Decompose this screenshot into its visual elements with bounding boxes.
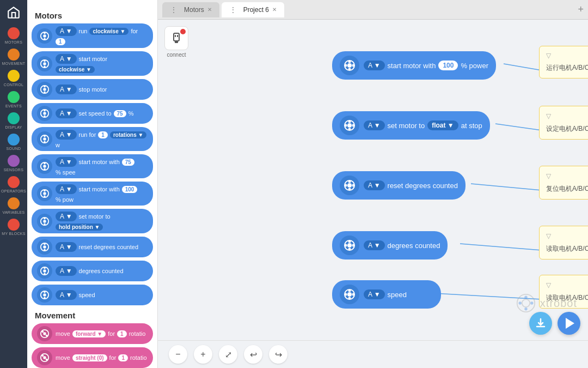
sidebar-label-sensors: SENSORS — [4, 168, 23, 172]
watermark-text: xtrobot — [540, 297, 577, 310]
svg-rect-53 — [175, 41, 178, 43]
block-speed[interactable]: A ▼ speed — [32, 285, 153, 305]
tab-motors[interactable]: ⋮ Motors ✕ — [162, 2, 219, 17]
svg-rect-52 — [174, 33, 179, 41]
fit-button[interactable]: ⤢ — [219, 345, 237, 364]
svg-point-29 — [43, 220, 46, 222]
tab-project6[interactable]: ⋮ Project 6 ✕ — [222, 2, 284, 17]
svg-point-50 — [42, 355, 44, 357]
svg-point-92 — [522, 299, 530, 307]
block-move-forward[interactable]: move forward ▼ for 1 rotatio — [32, 323, 153, 344]
svg-point-11 — [44, 92, 46, 94]
canvas-motor-icon-2 — [340, 116, 359, 135]
sidebar-item-motors[interactable]: MOTORS — [5, 27, 22, 44]
block-set-motor-hold[interactable]: A ▼ set motor to hold position ▼ — [32, 209, 153, 233]
block-run-rotations[interactable]: A ▼ run for 1 rotations ▼ w — [32, 127, 153, 151]
block-start-motor-cw[interactable]: A ▼ start motor clockwise ▼ — [32, 51, 153, 76]
motor-selector-3[interactable]: A ▼ — [364, 180, 385, 190]
block-start-power-75[interactable]: A ▼ start motor with 75 % spee — [32, 154, 153, 178]
svg-point-10 — [44, 86, 46, 88]
redo-button[interactable]: ↪ — [269, 345, 287, 364]
block-start-power-100[interactable]: A ▼ start motor with 100 % pow — [32, 182, 153, 206]
tooltip-header-2: ▽ ✕ — [546, 112, 588, 120]
sidebar-label-control: CONTROL — [4, 83, 23, 87]
svg-rect-55 — [177, 35, 178, 37]
motor-selector-4[interactable]: A ▼ — [364, 240, 385, 250]
tab-project6-label: Project 6 — [243, 6, 269, 14]
motor-reel-icon-1 — [344, 59, 356, 71]
sidebar-item-variables[interactable]: VARIABLES — [2, 197, 24, 214]
sidebar-item-sound[interactable]: SOUND — [7, 134, 21, 150]
sidebar: MOTORS MOVEMENT CONTROL EVENTS DISPLAY S… — [0, 0, 27, 368]
block-run-clockwise[interactable]: A ▼ run clockwise ▼ for 1 — [32, 23, 153, 48]
block-set-speed[interactable]: A ▼ set speed to 75 % — [32, 103, 153, 124]
svg-point-69 — [348, 120, 351, 123]
tab-motors-dots[interactable]: ⋮ — [170, 5, 177, 14]
svg-point-49 — [43, 356, 46, 359]
motor-selector-1[interactable]: A ▼ — [364, 61, 385, 70]
download-button[interactable] — [529, 312, 552, 335]
sidebar-item-display[interactable]: DISPLAY — [5, 112, 22, 129]
tab-add-button[interactable]: + — [578, 4, 584, 15]
operators-circle — [8, 176, 20, 188]
download-icon — [535, 317, 547, 329]
undo-button[interactable]: ↩ — [244, 345, 262, 364]
sidebar-label-operators: OPERATORS — [1, 189, 26, 193]
svg-point-14 — [44, 110, 46, 112]
block-run-clockwise-text: A ▼ run clockwise ▼ for 1 — [56, 26, 148, 45]
block-stop-motor[interactable]: A ▼ stop motor — [32, 79, 153, 100]
canvas-block-reset-degrees[interactable]: A ▼ reset degrees counted — [332, 171, 465, 200]
sidebar-item-control[interactable]: CONTROL — [4, 70, 23, 87]
tooltip-start-power: ▽ 运行电机A/B/C/D并且功率为指定的百分数 — [539, 46, 588, 79]
sidebar-item-operators[interactable]: OPERATORS — [1, 176, 26, 193]
block-reset-degrees[interactable]: A ▼ reset degrees counted — [32, 237, 153, 257]
sound-circle — [8, 134, 20, 146]
tab-motors-close[interactable]: ✕ — [207, 7, 212, 13]
tooltip-degrees-counted: ▽ ✕ 读取电机A/B/C/D的累计角度值 — [539, 226, 588, 260]
zoom-out-button[interactable]: − — [169, 345, 187, 364]
svg-point-89 — [345, 293, 347, 296]
canvas-block-speed-text: A ▼ speed — [364, 289, 407, 299]
tooltip-text-3: 复位电机A/B/C/D的角度计数 — [546, 184, 588, 194]
block-degrees-counted[interactable]: A ▼ degrees counted — [32, 261, 153, 281]
svg-point-74 — [347, 183, 352, 188]
svg-point-47 — [46, 335, 48, 337]
display-circle — [8, 112, 20, 124]
run-button[interactable] — [558, 312, 580, 335]
motor-selector-2[interactable]: A ▼ — [364, 120, 385, 130]
float-badge[interactable]: float ▼ — [427, 120, 458, 130]
block-start-power-100-text: A ▼ start motor with 100 % pow — [56, 184, 148, 203]
canvas-block-degrees-counted[interactable]: A ▼ degrees counted — [332, 231, 448, 260]
tab-project6-close[interactable]: ✕ — [272, 7, 277, 13]
connect-button[interactable]: connect — [164, 26, 188, 58]
svg-point-75 — [348, 180, 351, 183]
motor-icon-2 — [37, 56, 52, 71]
zoom-in-button[interactable]: + — [194, 345, 212, 364]
motor-icon-11 — [37, 287, 52, 303]
svg-point-83 — [345, 244, 347, 247]
motor-reel-icon-4 — [344, 239, 356, 251]
canvas-toolbar: − + ⤢ ↩ ↪ — [158, 340, 588, 368]
canvas-block-set-motor[interactable]: A ▼ set motor to float ▼ at stop — [332, 111, 490, 140]
sidebar-item-events[interactable]: EVENTS — [5, 91, 22, 108]
sidebar-item-movement[interactable]: MOVEMENT — [2, 49, 26, 65]
sidebar-item-myblocks[interactable]: MY BLOCKS — [2, 219, 25, 236]
block-move-straight[interactable]: move straight (0) for 1 rotatio — [32, 347, 153, 368]
tab-project6-dots[interactable]: ⋮ — [229, 5, 237, 14]
connect-icon-wrap — [164, 26, 188, 50]
block-degrees-counted-text: A ▼ degrees counted — [56, 266, 124, 276]
canvas-block-start-power[interactable]: A ▼ start motor with 100 % power — [332, 51, 496, 80]
svg-point-70 — [348, 128, 351, 131]
svg-point-13 — [43, 112, 46, 114]
svg-point-33 — [43, 245, 46, 248]
sidebar-item-sensors[interactable]: SENSORS — [4, 155, 23, 172]
sidebar-home[interactable] — [7, 5, 21, 23]
svg-point-26 — [44, 190, 46, 192]
motor-icon-9 — [37, 239, 52, 255]
svg-point-66 — [352, 64, 355, 67]
motor-reel-icon-3 — [344, 179, 356, 191]
power-badge-1[interactable]: 100 — [438, 61, 458, 70]
motor-selector-5[interactable]: A ▼ — [364, 289, 385, 299]
connect-status-dot — [180, 29, 186, 34]
canvas-block-speed[interactable]: A ▼ speed — [332, 280, 441, 309]
